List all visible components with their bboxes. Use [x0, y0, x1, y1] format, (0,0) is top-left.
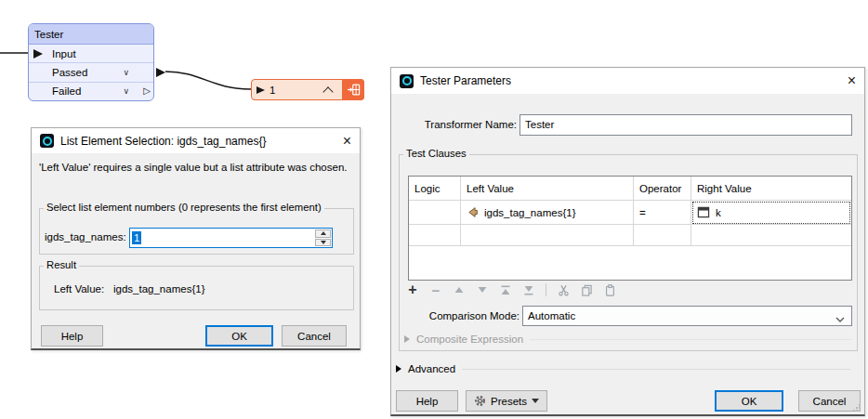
gear-icon [474, 395, 486, 407]
move-down-button[interactable] [476, 282, 489, 297]
cancel-button-label: Cancel [813, 396, 847, 407]
failed-port-label: Failed [52, 85, 81, 97]
passed-port-arrow-icon[interactable] [156, 68, 165, 77]
failed-port-hollow-arrow-icon[interactable]: ▷ [143, 86, 151, 97]
left-value-text: igds_tag_names{1} [484, 207, 575, 218]
copy-button[interactable] [580, 282, 593, 297]
list-attribute-label: igds_tag_names: [45, 231, 126, 242]
input-port-arrow-icon[interactable] [33, 49, 43, 59]
warning-message: 'Left Value' requires a single value but… [39, 162, 347, 173]
table-row-empty[interactable] [409, 225, 851, 246]
spin-up-button[interactable] [315, 229, 331, 238]
workbench-canvas: Tester Input Passed ∨ Failed ∨ ▷ 1 [0, 0, 868, 419]
composite-expression-section[interactable]: Composite Expression [404, 334, 851, 345]
dialog-titlebar[interactable]: List Element Selection: igds_tag_names{}… [32, 128, 360, 153]
remove-row-button[interactable]: − [429, 282, 442, 297]
attribute-icon [467, 206, 479, 218]
cell-left-value[interactable]: igds_tag_names{1} [461, 201, 634, 225]
section-rule [462, 369, 850, 370]
advanced-section[interactable]: Advanced [396, 363, 850, 374]
feature-count-node[interactable]: 1 [251, 79, 364, 100]
help-button[interactable]: Help [41, 325, 103, 347]
node-title: Tester [29, 24, 153, 45]
table-filler [409, 246, 851, 280]
collapsed-triangle-icon [396, 365, 401, 373]
dialog-title: Tester Parameters [420, 74, 511, 87]
cell-operator-empty[interactable] [634, 225, 691, 246]
dialog-titlebar[interactable]: Tester Parameters × [391, 68, 864, 94]
cut-button[interactable] [557, 282, 570, 297]
comparison-mode-label: Comparison Mode: [427, 310, 519, 321]
advanced-label: Advanced [408, 363, 455, 374]
fme-app-icon [400, 74, 414, 88]
count-arrow-icon [256, 86, 265, 94]
table-header-row: Logic Left Value Operator Right Value [409, 177, 851, 201]
test-clauses-group: Test Clauses Logic Left Value Operator R… [399, 154, 858, 351]
move-to-top-button[interactable] [499, 282, 512, 297]
spinbox-value[interactable]: 1 [132, 231, 141, 244]
right-value-text: k [716, 207, 721, 218]
comparison-mode-value: Automatic [528, 310, 575, 321]
transformer-name-label: Transformer Name: [424, 119, 517, 130]
help-button-label: Help [61, 331, 84, 342]
input-port-label: Input [52, 48, 76, 59]
help-button[interactable]: Help [396, 390, 458, 412]
cell-right-value-empty[interactable] [691, 225, 851, 246]
cell-operator[interactable]: = [634, 201, 691, 225]
add-row-button[interactable]: + [406, 282, 419, 297]
table-row[interactable]: igds_tag_names{1} = k [409, 201, 851, 225]
node-port-failed[interactable]: Failed ∨ ▷ [29, 82, 153, 100]
comparison-mode-select[interactable]: Automatic [522, 306, 852, 326]
collapsed-triangle-icon [404, 335, 410, 343]
result-left-value: igds_tag_names{1} [113, 283, 204, 295]
close-icon[interactable]: × [848, 73, 856, 88]
composite-expression-label: Composite Expression [416, 334, 523, 345]
close-icon[interactable]: × [343, 134, 351, 149]
cell-left-value-empty[interactable] [461, 225, 634, 246]
ok-button[interactable]: OK [715, 390, 783, 412]
help-button-label: Help [416, 396, 439, 407]
collapse-caret-icon[interactable] [322, 86, 333, 97]
triangle-up-icon [321, 231, 326, 235]
cell-logic[interactable] [409, 201, 461, 225]
text-editor-icon [697, 206, 710, 218]
test-clauses-table: Logic Left Value Operator Right Value ig… [408, 176, 852, 281]
cancel-button[interactable]: Cancel [282, 325, 347, 347]
select-element-group-legend: Select list element numbers (0 represent… [44, 202, 324, 213]
result-group-legend: Result [44, 259, 79, 270]
ok-button[interactable]: OK [205, 325, 273, 347]
tester-parameters-dialog: Tester Parameters × Transformer Name: Te… [390, 67, 865, 416]
passed-port-label: Passed [52, 67, 87, 78]
cell-logic-empty[interactable] [409, 225, 461, 246]
move-to-bottom-button[interactable] [522, 282, 535, 297]
feature-count-value: 1 [270, 85, 275, 96]
header-left-value: Left Value [461, 177, 634, 201]
move-up-button[interactable] [453, 282, 466, 297]
dropdown-arrow-icon [532, 399, 539, 403]
presets-button[interactable]: Presets [466, 390, 547, 412]
tester-transformer-node[interactable]: Tester Input Passed ∨ Failed ∨ ▷ [28, 23, 154, 101]
spinbox-buttons [315, 229, 331, 246]
chevron-down-icon[interactable]: ∨ [123, 86, 129, 96]
header-operator: Operator [634, 177, 691, 201]
node-port-input[interactable]: Input [29, 45, 153, 62]
spin-down-button[interactable] [315, 239, 331, 247]
ok-button-label: OK [742, 396, 757, 407]
run-to-node-icon[interactable] [342, 79, 364, 100]
transformer-name-field[interactable]: Tester [519, 114, 852, 136]
result-left-value-label: Left Value: [54, 283, 104, 295]
operator-text: = [639, 207, 646, 218]
resize-grip[interactable] [852, 403, 861, 412]
cancel-button[interactable]: Cancel [798, 390, 861, 412]
paste-button[interactable] [603, 282, 616, 297]
fme-app-icon [40, 134, 54, 148]
dialog-title: List Element Selection: igds_tag_names{} [60, 135, 266, 148]
cancel-button-label: Cancel [297, 331, 331, 342]
chevron-down-icon[interactable]: ∨ [123, 68, 129, 77]
triangle-down-icon [321, 241, 326, 244]
node-port-passed[interactable]: Passed ∨ [29, 62, 153, 81]
header-logic: Logic [409, 177, 461, 201]
element-number-spinbox[interactable]: 1 [129, 228, 333, 248]
list-element-selection-dialog: List Element Selection: igds_tag_names{}… [31, 127, 361, 350]
cell-right-value[interactable]: k [691, 201, 851, 225]
